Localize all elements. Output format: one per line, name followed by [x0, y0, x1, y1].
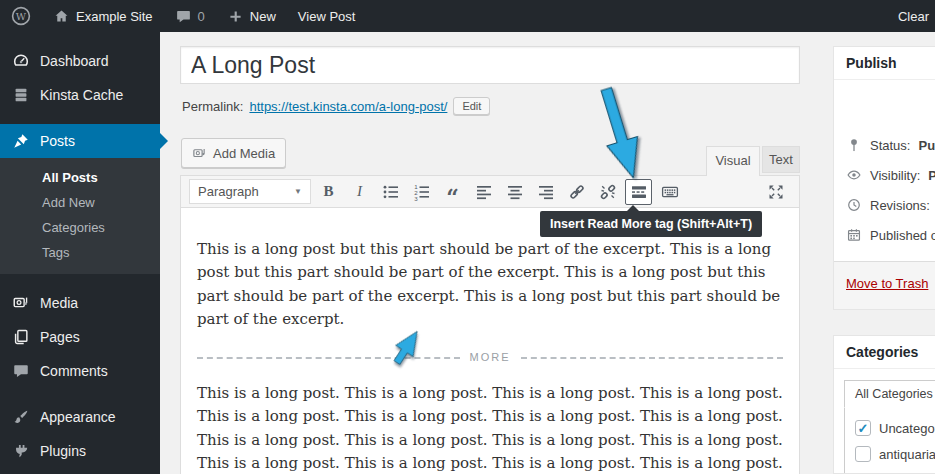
sidebar-item-media[interactable]: Media: [0, 286, 160, 320]
keyboard-icon: [661, 183, 679, 201]
more-tag-divider[interactable]: MORE: [197, 349, 783, 366]
publish-actions-footer: Move to Trash: [834, 261, 935, 309]
site-name: Example Site: [76, 9, 153, 24]
submenu-all-posts[interactable]: All Posts: [0, 165, 160, 190]
sidebar-item-plugins[interactable]: Plugins: [0, 434, 160, 468]
sidebar-item-comments[interactable]: Comments: [0, 354, 160, 388]
align-left-icon: [475, 183, 493, 201]
checkbox-unchecked[interactable]: [855, 446, 871, 462]
site-menu[interactable]: Example Site: [42, 0, 164, 32]
read-more-icon: [630, 183, 648, 201]
admin-bar: W Example Site 0 New View Post Clear: [0, 0, 935, 32]
new-content-menu[interactable]: New: [216, 0, 287, 32]
sidebar-item-appearance[interactable]: Appearance: [0, 400, 160, 434]
italic-button[interactable]: I: [346, 179, 373, 205]
status-value: Publis: [918, 138, 935, 153]
more-dashed-line: [197, 357, 460, 359]
visibility-row: Visibility: Pub: [834, 160, 935, 190]
tooltip-caret: [626, 205, 640, 212]
editor-toolbar: Paragraph ▼ B I 1 2 3 “: [180, 175, 800, 208]
media-icon: [12, 294, 30, 312]
category-label: Uncategori: [879, 421, 935, 436]
category-label: antiquarian: [879, 447, 935, 462]
wordpress-logo-menu[interactable]: W: [0, 0, 42, 32]
numbered-list-icon: 1 2 3: [413, 183, 431, 201]
svg-text:3: 3: [414, 194, 418, 200]
sidebar-item-dashboard[interactable]: Dashboard: [0, 44, 160, 78]
publish-panel-title[interactable]: Publish: [834, 47, 935, 80]
bold-button[interactable]: B: [315, 179, 342, 205]
new-label: New: [250, 9, 276, 24]
align-right-icon: [537, 183, 555, 201]
categories-checklist: ✓ Uncategori antiquarian: [844, 407, 935, 474]
all-categories-tab[interactable]: All Categories: [844, 380, 935, 408]
tab-visual[interactable]: Visual: [706, 146, 760, 176]
add-media-button[interactable]: Add Media: [181, 138, 286, 168]
calendar-icon: [846, 227, 862, 243]
paragraph-before-more: This is a long post but this part should…: [197, 238, 783, 331]
permalink-row: Permalink: https://test.kinsta.com/a-lon…: [182, 97, 490, 115]
dashboard-icon: [12, 52, 30, 70]
categories-body: All Categories ✓ Uncategori antiquarian: [834, 369, 935, 474]
read-more-button[interactable]: [625, 179, 652, 205]
home-icon: [53, 8, 70, 25]
align-left-button[interactable]: [470, 179, 497, 205]
server-icon: [12, 86, 30, 104]
view-post-link[interactable]: View Post: [287, 0, 367, 32]
add-media-icon: [192, 146, 207, 161]
permalink-url-link[interactable]: https://test.kinsta.com/a-long-post/: [249, 99, 447, 114]
plus-icon: [227, 8, 244, 25]
brush-icon: [12, 408, 30, 426]
visibility-value: Pub: [928, 168, 935, 183]
category-item-uncategorized[interactable]: ✓ Uncategori: [855, 420, 935, 436]
revisions-row: Revisions: 2 B: [834, 190, 935, 220]
format-dropdown[interactable]: Paragraph ▼: [189, 179, 311, 204]
plug-icon: [12, 442, 30, 460]
comments-menu[interactable]: 0: [164, 0, 216, 32]
submenu-add-new[interactable]: Add New: [0, 190, 160, 215]
submenu-tags[interactable]: Tags: [0, 240, 160, 265]
link-icon: [568, 183, 586, 201]
checkbox-checked[interactable]: ✓: [855, 420, 871, 436]
clear-cache-link[interactable]: Clear: [887, 0, 935, 32]
eye-icon: [846, 167, 862, 183]
posts-submenu: All Posts Add New Categories Tags: [0, 158, 160, 274]
category-item-antiquarian[interactable]: antiquarian: [855, 446, 935, 462]
align-center-button[interactable]: [501, 179, 528, 205]
more-label: MORE: [460, 349, 521, 366]
categories-panel-title[interactable]: Categories: [834, 336, 935, 369]
fullscreen-button[interactable]: [762, 179, 789, 205]
edit-permalink-button[interactable]: Edit: [453, 97, 490, 115]
fullscreen-arrows-icon: [767, 183, 785, 201]
insert-link-button[interactable]: [563, 179, 590, 205]
more-dashed-line: [521, 357, 784, 359]
paragraph-after-more: This is a long post. This is a long post…: [197, 382, 783, 474]
permalink-label: Permalink:: [182, 99, 243, 114]
sidebar-item-pages[interactable]: Pages: [0, 320, 160, 354]
chevron-down-icon: ▼: [294, 187, 302, 196]
categories-panel: Categories All Categories ✓ Uncategori a…: [833, 335, 935, 474]
editor-content-area[interactable]: This is a long post but this part should…: [180, 208, 800, 474]
sidebar-item-posts[interactable]: Posts: [0, 124, 160, 158]
annotation-arrow-to-readmore-button: [585, 82, 655, 187]
comment-bubble-icon: [175, 8, 192, 25]
comments-count: 0: [198, 9, 205, 24]
move-to-trash-link[interactable]: Move to Trash: [846, 276, 928, 291]
keyboard-shortcuts-button[interactable]: [656, 179, 683, 205]
sidebar-item-kinsta-cache[interactable]: Kinsta Cache: [0, 78, 160, 112]
bulleted-list-button[interactable]: [377, 179, 404, 205]
blockquote-button[interactable]: “: [439, 179, 466, 205]
admin-sidebar: Dashboard Kinsta Cache Posts All Posts A…: [0, 32, 160, 474]
status-row: Status: Publis: [834, 130, 935, 160]
wordpress-icon: W: [11, 6, 31, 26]
publish-spacer: [834, 80, 935, 130]
publish-panel: Publish Status: Publis Visibility: Pub R…: [833, 46, 935, 310]
bulleted-list-icon: [382, 183, 400, 201]
active-menu-arrow: [160, 133, 168, 149]
numbered-list-button[interactable]: 1 2 3: [408, 179, 435, 205]
post-title-input[interactable]: [180, 46, 800, 84]
align-center-icon: [506, 183, 524, 201]
tab-text[interactable]: Text: [762, 146, 800, 173]
align-right-button[interactable]: [532, 179, 559, 205]
submenu-categories[interactable]: Categories: [0, 215, 160, 240]
